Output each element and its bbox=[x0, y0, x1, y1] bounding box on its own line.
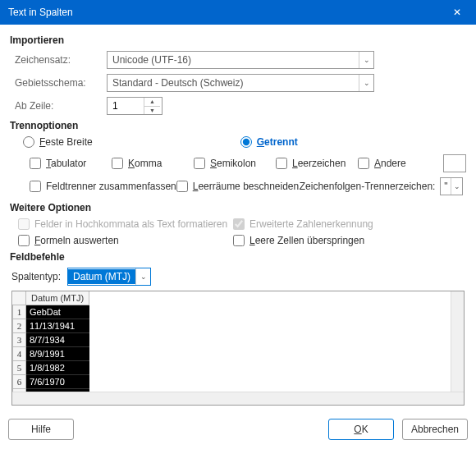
spinner-up-icon[interactable]: ▲ bbox=[144, 98, 160, 107]
gebiet-label: Gebietsschema: bbox=[10, 77, 107, 89]
check-leerzeichen[interactable]: Leerzeichen bbox=[276, 158, 358, 169]
check-hochkommata: Felder in Hochkommata als Text formatier… bbox=[18, 218, 233, 230]
zeichenfolgen-label: Zeichenfolgen-Trennerzeichen: bbox=[300, 181, 436, 192]
close-button[interactable]: ✕ bbox=[438, 0, 476, 25]
spaltentyp-label: Spaltentyp: bbox=[11, 271, 61, 282]
radio-getrennt[interactable]: Getrennt bbox=[240, 136, 298, 148]
cell[interactable]: GebDat bbox=[26, 305, 89, 319]
zeichensatz-input[interactable] bbox=[108, 54, 359, 66]
section-trenn: Trennoptionen bbox=[10, 120, 466, 131]
ok-button[interactable]: OK bbox=[328, 419, 394, 440]
window-title: Text in Spalten bbox=[8, 7, 73, 18]
scrollbar-vertical[interactable] bbox=[451, 291, 464, 392]
abzeile-label: Ab Zeile: bbox=[10, 100, 107, 112]
table-row[interactable]: 51/8/1982 bbox=[13, 361, 89, 375]
help-button[interactable]: Hilfe bbox=[8, 419, 74, 440]
cell[interactable]: 8/9/1991 bbox=[26, 347, 89, 361]
row-number: 1 bbox=[13, 305, 26, 319]
close-icon: ✕ bbox=[453, 7, 461, 18]
radio-getrennt-label: Getrennt bbox=[257, 136, 298, 148]
cell[interactable]: 7/6/1970 bbox=[26, 375, 89, 389]
check-andere[interactable]: Andere bbox=[358, 158, 440, 169]
radio-getrennt-input[interactable] bbox=[240, 136, 252, 148]
gebiet-combo[interactable]: ⌄ bbox=[107, 74, 374, 92]
chevron-down-icon: ⌄ bbox=[359, 75, 373, 91]
section-import: Importieren bbox=[10, 34, 466, 46]
scrollbar-horizontal[interactable] bbox=[12, 392, 464, 405]
spaltentyp-value: Datum (MTJ) bbox=[68, 269, 135, 284]
radio-feste-input[interactable] bbox=[23, 136, 34, 148]
row-number: 5 bbox=[13, 361, 26, 375]
titlebar: Text in Spalten ✕ bbox=[0, 0, 476, 25]
table-corner bbox=[13, 291, 26, 305]
check-zahlen: Erweiterte Zahlenerkennung bbox=[233, 218, 448, 230]
andere-value-combo[interactable] bbox=[443, 154, 466, 172]
preview-box: Datum (MTJ) 1GebDat211/13/194138/7/19344… bbox=[11, 291, 465, 406]
table-row[interactable]: 67/6/1970 bbox=[13, 375, 89, 389]
table-row[interactable]: 48/9/1991 bbox=[13, 347, 89, 361]
section-weitere: Weitere Optionen bbox=[10, 202, 466, 213]
check-semikolon[interactable]: Semikolon bbox=[194, 158, 276, 169]
row-number: 2 bbox=[13, 319, 26, 333]
zeichensatz-label: Zeichensatz: bbox=[10, 54, 107, 66]
table-row[interactable]: 211/13/1941 bbox=[13, 319, 89, 333]
check-leerzellen[interactable]: Leere Zellen überspringen bbox=[233, 235, 448, 246]
chevron-down-icon: ⌄ bbox=[451, 178, 462, 195]
row-number: 3 bbox=[13, 333, 26, 347]
spinner-down-icon[interactable]: ▼ bbox=[144, 107, 160, 115]
chevron-down-icon: ⌄ bbox=[135, 268, 150, 285]
row-number: 6 bbox=[13, 375, 26, 389]
gebiet-input[interactable] bbox=[108, 77, 359, 89]
zeichensatz-combo[interactable]: ⌄ bbox=[107, 51, 374, 69]
check-formeln[interactable]: Formeln auswerten bbox=[18, 235, 233, 246]
table-row[interactable]: 38/7/1934 bbox=[13, 333, 89, 347]
zeichenfolgen-combo[interactable]: "⌄ bbox=[440, 177, 463, 195]
cancel-button[interactable]: Abbrechen bbox=[402, 419, 468, 440]
table-row[interactable]: 1GebDat bbox=[13, 305, 89, 319]
preview-table[interactable]: Datum (MTJ) 1GebDat211/13/194138/7/19344… bbox=[12, 291, 89, 392]
row-number: 4 bbox=[13, 347, 26, 361]
check-komma[interactable]: Komma bbox=[112, 158, 194, 169]
radio-feste-label: Feste Breite bbox=[39, 136, 93, 148]
spaltentyp-combo[interactable]: Datum (MTJ) ⌄ bbox=[67, 268, 151, 286]
abzeile-spinner[interactable]: ▲ ▼ bbox=[107, 97, 162, 115]
section-feld: Feldbefehle bbox=[10, 251, 466, 263]
abzeile-input[interactable] bbox=[108, 98, 144, 114]
chevron-down-icon: ⌄ bbox=[359, 52, 373, 68]
col-header[interactable]: Datum (MTJ) bbox=[26, 291, 89, 305]
radio-feste-breite[interactable]: Feste Breite bbox=[23, 136, 93, 148]
cell[interactable]: 8/7/1934 bbox=[26, 333, 89, 347]
cell[interactable]: 11/13/1941 bbox=[26, 319, 89, 333]
check-zusammen[interactable]: Feldtrenner zusammenfassen bbox=[30, 181, 176, 192]
check-tabulator[interactable]: Tabulator bbox=[30, 158, 112, 169]
cell[interactable]: 1/8/1982 bbox=[26, 361, 89, 375]
check-leerraum[interactable]: Leerräume beschneiden bbox=[176, 181, 300, 192]
